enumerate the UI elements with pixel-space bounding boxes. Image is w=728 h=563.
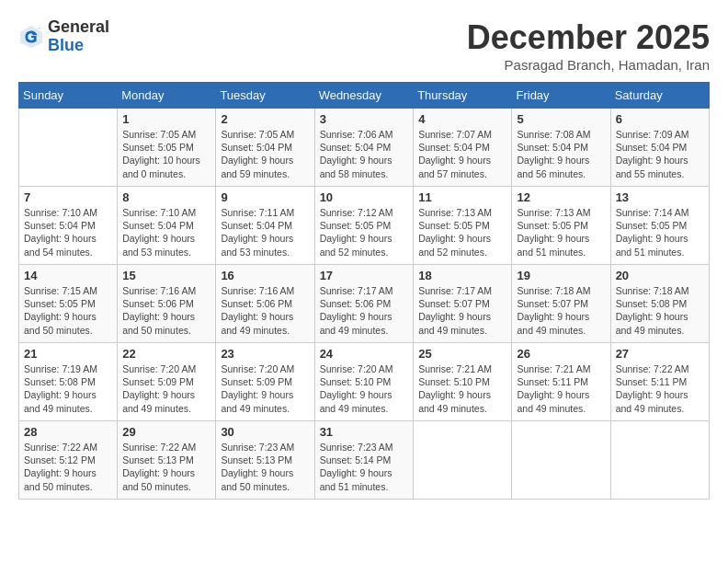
day-header-thursday: Thursday [414, 83, 512, 109]
day-info: Sunrise: 7:19 AM Sunset: 5:08 PM Dayligh… [24, 362, 112, 415]
title-block: December 2025 Pasragad Branch, Hamadan, … [467, 18, 710, 73]
week-row-4: 21Sunrise: 7:19 AM Sunset: 5:08 PM Dayli… [19, 343, 710, 421]
day-info: Sunrise: 7:23 AM Sunset: 5:14 PM Dayligh… [320, 441, 409, 493]
day-info: Sunrise: 7:18 AM Sunset: 5:07 PM Dayligh… [517, 284, 605, 337]
day-info: Sunrise: 7:13 AM Sunset: 5:05 PM Dayligh… [517, 206, 605, 259]
day-info: Sunrise: 7:11 AM Sunset: 5:04 PM Dayligh… [221, 206, 309, 259]
day-info: Sunrise: 7:05 AM Sunset: 5:04 PM Dayligh… [221, 128, 309, 180]
day-header-saturday: Saturday [610, 83, 709, 109]
day-info: Sunrise: 7:14 AM Sunset: 5:05 PM Dayligh… [616, 206, 704, 259]
day-number: 13 [616, 190, 704, 204]
calendar-cell: 15Sunrise: 7:16 AM Sunset: 5:06 PM Dayli… [118, 265, 216, 343]
calendar-cell: 10Sunrise: 7:12 AM Sunset: 5:05 PM Dayli… [314, 187, 414, 265]
logo: General Blue [18, 18, 109, 55]
day-info: Sunrise: 7:17 AM Sunset: 5:06 PM Dayligh… [320, 284, 409, 337]
day-number: 17 [320, 269, 409, 282]
calendar-cell: 4Sunrise: 7:07 AM Sunset: 5:04 PM Daylig… [414, 109, 512, 187]
day-number: 14 [24, 269, 112, 282]
day-number: 5 [517, 112, 605, 126]
page-header: General Blue December 2025 Pasragad Bran… [18, 18, 710, 73]
calendar-cell: 27Sunrise: 7:22 AM Sunset: 5:11 PM Dayli… [610, 343, 709, 421]
calendar-cell: 26Sunrise: 7:21 AM Sunset: 5:11 PM Dayli… [512, 343, 610, 421]
logo-blue-text: Blue [48, 36, 84, 54]
calendar-cell: 3Sunrise: 7:06 AM Sunset: 5:04 PM Daylig… [314, 109, 414, 187]
day-header-sunday: Sunday [19, 83, 118, 109]
day-number: 28 [24, 425, 112, 439]
day-info: Sunrise: 7:16 AM Sunset: 5:06 PM Dayligh… [221, 284, 309, 337]
calendar-cell: 1Sunrise: 7:05 AM Sunset: 5:05 PM Daylig… [118, 109, 216, 187]
location-text: Pasragad Branch, Hamadan, Iran [467, 57, 710, 73]
day-number: 9 [221, 190, 309, 204]
day-header-monday: Monday [118, 83, 216, 109]
day-info: Sunrise: 7:17 AM Sunset: 5:07 PM Dayligh… [418, 284, 506, 337]
calendar-cell: 18Sunrise: 7:17 AM Sunset: 5:07 PM Dayli… [414, 265, 512, 343]
calendar-cell: 12Sunrise: 7:13 AM Sunset: 5:05 PM Dayli… [512, 187, 610, 265]
day-info: Sunrise: 7:12 AM Sunset: 5:05 PM Dayligh… [320, 206, 409, 259]
day-number: 3 [320, 112, 409, 126]
calendar-cell: 24Sunrise: 7:20 AM Sunset: 5:10 PM Dayli… [314, 343, 414, 421]
calendar-cell [414, 421, 512, 500]
calendar-cell: 17Sunrise: 7:17 AM Sunset: 5:06 PM Dayli… [314, 265, 414, 343]
day-info: Sunrise: 7:05 AM Sunset: 5:05 PM Dayligh… [122, 128, 210, 180]
day-number: 8 [122, 190, 210, 204]
day-info: Sunrise: 7:09 AM Sunset: 5:04 PM Dayligh… [616, 128, 704, 180]
day-number: 15 [122, 269, 210, 282]
day-number: 23 [221, 347, 309, 361]
day-header-wednesday: Wednesday [314, 83, 414, 109]
day-info: Sunrise: 7:18 AM Sunset: 5:08 PM Dayligh… [616, 284, 704, 337]
calendar-cell: 9Sunrise: 7:11 AM Sunset: 5:04 PM Daylig… [216, 187, 314, 265]
day-info: Sunrise: 7:06 AM Sunset: 5:04 PM Dayligh… [320, 128, 409, 180]
calendar-cell: 16Sunrise: 7:16 AM Sunset: 5:06 PM Dayli… [216, 265, 314, 343]
logo-icon [18, 24, 44, 50]
calendar-cell: 30Sunrise: 7:23 AM Sunset: 5:13 PM Dayli… [216, 421, 314, 500]
calendar-cell: 14Sunrise: 7:15 AM Sunset: 5:05 PM Dayli… [19, 265, 118, 343]
day-number: 19 [517, 269, 605, 282]
day-number: 24 [320, 347, 409, 361]
day-number: 26 [517, 347, 605, 361]
calendar-cell: 21Sunrise: 7:19 AM Sunset: 5:08 PM Dayli… [19, 343, 118, 421]
day-number: 16 [221, 269, 309, 282]
day-info: Sunrise: 7:21 AM Sunset: 5:11 PM Dayligh… [517, 362, 605, 415]
day-number: 12 [517, 190, 605, 204]
day-info: Sunrise: 7:10 AM Sunset: 5:04 PM Dayligh… [122, 206, 210, 259]
calendar-cell: 6Sunrise: 7:09 AM Sunset: 5:04 PM Daylig… [610, 109, 709, 187]
day-number: 31 [320, 425, 409, 439]
day-number: 30 [221, 425, 309, 439]
calendar-cell: 28Sunrise: 7:22 AM Sunset: 5:12 PM Dayli… [19, 421, 118, 500]
day-number: 20 [616, 269, 704, 282]
day-number: 7 [24, 190, 112, 204]
day-number: 1 [122, 112, 210, 126]
day-number: 6 [616, 112, 704, 126]
day-info: Sunrise: 7:23 AM Sunset: 5:13 PM Dayligh… [221, 441, 309, 493]
day-number: 4 [418, 112, 506, 126]
calendar-cell: 29Sunrise: 7:22 AM Sunset: 5:13 PM Dayli… [118, 421, 216, 500]
calendar-cell: 22Sunrise: 7:20 AM Sunset: 5:09 PM Dayli… [118, 343, 216, 421]
week-row-5: 28Sunrise: 7:22 AM Sunset: 5:12 PM Dayli… [19, 421, 710, 500]
day-info: Sunrise: 7:15 AM Sunset: 5:05 PM Dayligh… [24, 284, 112, 337]
calendar-table: SundayMondayTuesdayWednesdayThursdayFrid… [18, 82, 710, 500]
calendar-cell: 19Sunrise: 7:18 AM Sunset: 5:07 PM Dayli… [512, 265, 610, 343]
day-header-friday: Friday [512, 83, 610, 109]
day-info: Sunrise: 7:21 AM Sunset: 5:10 PM Dayligh… [418, 362, 506, 415]
calendar-cell: 23Sunrise: 7:20 AM Sunset: 5:09 PM Dayli… [216, 343, 314, 421]
day-number: 25 [418, 347, 506, 361]
day-info: Sunrise: 7:08 AM Sunset: 5:04 PM Dayligh… [517, 128, 605, 180]
calendar-cell: 20Sunrise: 7:18 AM Sunset: 5:08 PM Dayli… [610, 265, 709, 343]
calendar-cell: 2Sunrise: 7:05 AM Sunset: 5:04 PM Daylig… [216, 109, 314, 187]
calendar-header-row: SundayMondayTuesdayWednesdayThursdayFrid… [19, 83, 710, 109]
day-number: 18 [418, 269, 506, 282]
calendar-cell: 8Sunrise: 7:10 AM Sunset: 5:04 PM Daylig… [118, 187, 216, 265]
week-row-2: 7Sunrise: 7:10 AM Sunset: 5:04 PM Daylig… [19, 187, 710, 265]
day-number: 11 [418, 190, 506, 204]
day-number: 29 [122, 425, 210, 439]
day-number: 21 [24, 347, 112, 361]
calendar-cell: 5Sunrise: 7:08 AM Sunset: 5:04 PM Daylig… [512, 109, 610, 187]
calendar-cell [512, 421, 610, 500]
calendar-cell: 25Sunrise: 7:21 AM Sunset: 5:10 PM Dayli… [414, 343, 512, 421]
calendar-cell: 31Sunrise: 7:23 AM Sunset: 5:14 PM Dayli… [314, 421, 414, 500]
day-info: Sunrise: 7:22 AM Sunset: 5:12 PM Dayligh… [24, 441, 112, 493]
day-info: Sunrise: 7:20 AM Sunset: 5:09 PM Dayligh… [122, 362, 210, 415]
day-info: Sunrise: 7:20 AM Sunset: 5:09 PM Dayligh… [221, 362, 309, 415]
calendar-cell [19, 109, 118, 187]
week-row-3: 14Sunrise: 7:15 AM Sunset: 5:05 PM Dayli… [19, 265, 710, 343]
